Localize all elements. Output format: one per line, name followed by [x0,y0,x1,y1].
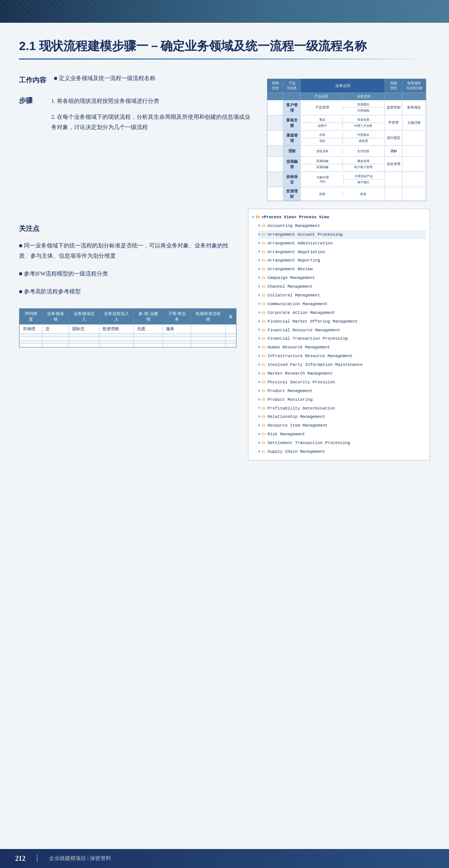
list-item-accounting[interactable]: ⊞ 🗁 Accounting Management [258,222,426,230]
diag-r5-2: 买易转融 [302,164,342,170]
list-item-financial-transaction[interactable]: ⊞ 🗁 Financial Transaction Processing [258,334,426,343]
list-item-product-mgmt[interactable]: ⊞ 🗁 Product Management [258,387,426,395]
process-list-root[interactable]: ⊟ 🗁 «Process View» Process View [252,213,426,222]
diag-r5-4-wrap: 客户客户管理 [343,164,383,170]
diag-cell-row-header-2: 富裕支援 [283,115,301,130]
item-label-7: Campaign Management [267,274,315,282]
expand-icon-23[interactable]: ⊞ [258,414,260,420]
work-bullet-item: ■ 定义业务领域及统一流程一级流程名称 [54,75,155,82]
expand-root[interactable]: ⊟ [252,214,254,221]
diag-sub-r1-b: 代理保险 [343,108,383,113]
expand-icon-8[interactable]: ⊞ [258,284,260,290]
list-item-risk[interactable]: ⊞ 🗁 Risk Management [258,430,426,439]
expand-icon-16[interactable]: ⊞ [258,353,260,359]
list-item-channel[interactable]: ⊞ 🗁 Channel Management [258,282,426,291]
expand-icon-27[interactable]: ⊞ [258,449,260,455]
expand-icon-5[interactable]: ⊞ [258,257,260,264]
td-3-6 [163,337,191,340]
diag-cell-rep-r1: 财务报告 [402,100,426,115]
list-item-settlement[interactable]: ⊞ 🗁 Settlement Transaction Processing [258,439,426,447]
list-item-arrangement-neg[interactable]: ⊞ 🗁 Arrangement Negotiation [258,248,426,257]
steps-label: 步骤 [19,97,33,104]
folder-icon-19: 🗁 [262,378,266,386]
diag-ops-r5-col2: 规金管理 客户客户管理 [343,158,383,170]
page-number: 212 [15,855,25,863]
root-label: «Process View» Process View [261,213,329,221]
expand-icon-11[interactable]: ⊞ [258,310,260,316]
table-header-row: 序列维度 业务领域维 业务领域流入 业务流程流入人 参-维-业建维 子维-维业务… [20,309,236,325]
list-item-financial-resource[interactable]: ⊞ 🗁 Financial Resource Management [258,326,426,335]
td-3-1 [20,337,42,340]
expand-icon-3[interactable]: ⊞ [258,240,260,247]
td-1-2: 交 [42,325,69,334]
list-item-campaign[interactable]: ⊞ 🗁 Campaign Management [258,274,426,282]
expand-icon[interactable]: ⊞ [258,223,260,229]
list-item-relationship[interactable]: ⊞ 🗁 Relationship Management [258,413,426,421]
expand-icon-20[interactable]: ⊞ [258,388,260,394]
td-2-7 [191,334,225,337]
list-item-arrangement-account[interactable]: ⊞ 🗁 Arrangement Account Processing [258,230,426,239]
expand-icon-9[interactable]: ⊞ [258,292,260,299]
td-4-3 [69,340,99,344]
item-label-24: Resource Item Management [267,422,327,430]
td-2-2 [42,334,69,337]
expand-icon-10[interactable]: ⊞ [258,301,260,307]
expand-icon-24[interactable]: ⊞ [258,422,260,429]
list-item-physical-security[interactable]: ⊞ 🗁 Physical Security Provision [258,378,426,387]
expand-icon-4[interactable]: ⊞ [258,249,260,255]
expand-icon-12[interactable]: ⊞ [258,318,260,325]
list-item-arrangement-rep[interactable]: ⊞ 🗁 Arrangement Reporting [258,256,426,265]
list-item-involved-party[interactable]: ⊞ 🗁 Involved Party Information Maintenan… [258,361,426,369]
td-4-2 [42,340,69,344]
list-item-product-monitoring[interactable]: ⊞ 🗁 Product Monitoring [258,395,426,404]
expand-icon-7[interactable]: ⊞ [258,275,260,281]
td-2-8 [225,334,236,337]
list-item-arrangement-rev[interactable]: ⊞ 🗁 Arrangement Review [258,265,426,274]
diag-cell-ops-r1-1: 产品管理 [302,105,343,110]
list-item-resource-item[interactable]: ⊞ 🗁 Resource Item Management [258,421,426,430]
diag-r3-3: 代理基金 [343,132,383,138]
td-1-8 [225,325,236,334]
table-row [20,344,236,347]
diag-row-6: 担保保证 代银代理代行 代理流动产品 柜干银行 [267,172,426,187]
list-item-communication[interactable]: ⊞ 🗁 Communication Management [258,300,426,309]
diag-ops-r5-col1: 买易转融 买易转融 [302,158,343,170]
expand-icon-2[interactable]: ⊞ [258,232,260,238]
diag-sub-chanpin-ops: 产品运营 [301,93,343,100]
diag-header-row: 营销支持 产品与业务 业务运营 风险管控 核算报告与决策分析 [267,79,426,93]
list-item-supply-chain[interactable]: ⊞ 🗁 Supply Chain Management [258,447,426,456]
diag-cell-fengx-r4: 调解 [385,146,402,156]
expand-icon-26[interactable]: ⊞ [258,440,260,446]
list-item-profitability[interactable]: ⊞ 🗁 Profitability Determination [258,404,426,413]
expand-icon-19[interactable]: ⊞ [258,379,260,386]
diag-row-5: 贷易融资 买易转融 买易转融 规金管理 客户客户管理 [267,157,426,172]
list-item-market-research[interactable]: ⊞ 🗁 Market Research Management [258,369,426,378]
diag-ops-r2-col2: 资金交易 代理三方业务 [343,117,383,129]
expand-icon-25[interactable]: ⊞ [258,431,260,438]
list-item-infrastructure[interactable]: ⊞ 🗁 Infrastructure Resource Management [258,352,426,361]
td-1-4: 投资理财 [99,325,134,334]
diag-cell-ops-r5: 买易转融 买易转融 规金管理 客户客户管理 [301,157,385,172]
item-label-14: Financial Transaction Processing [267,335,347,343]
list-item-financial-market[interactable]: ⊞ 🗁 Financial Market Offering Management [258,317,426,326]
diag-r5-1: 买易转融 [302,158,342,164]
list-item-arrangement-admin[interactable]: ⊞ 🗁 Arrangement Administration [258,239,426,248]
expand-icon-13[interactable]: ⊞ [258,327,260,333]
diag-cell-fengx-r7 [385,187,402,201]
list-item-collateral[interactable]: ⊞ 🗁 Collateral Management [258,291,426,300]
diag-cell-rep-r2: 云激活析 [402,115,426,130]
diag-r2-3: 资金交易 [343,117,383,123]
expand-icon-17[interactable]: ⊞ [258,362,260,368]
expand-icon-14[interactable]: ⊞ [258,336,260,342]
expand-icon-22[interactable]: ⊞ [258,405,260,411]
expand-icon-21[interactable]: ⊞ [258,397,260,403]
list-item-corporate[interactable]: ⊞ 🗁 Corporate Action Management [258,309,426,317]
expand-icon-15[interactable]: ⊞ [258,344,260,351]
note-bullet-3: ■ 参考高阶流程参考模型 [19,287,81,297]
td-5-1 [20,344,42,347]
list-item-human-resource[interactable]: ⊞ 🗁 Human Resource Management [258,343,426,352]
diag-header-hesuan: 核算报告与决策分析 [402,79,426,93]
folder-icon-11: 🗁 [262,309,266,317]
expand-icon-18[interactable]: ⊞ [258,370,260,377]
expand-icon-6[interactable]: ⊞ [258,266,260,273]
